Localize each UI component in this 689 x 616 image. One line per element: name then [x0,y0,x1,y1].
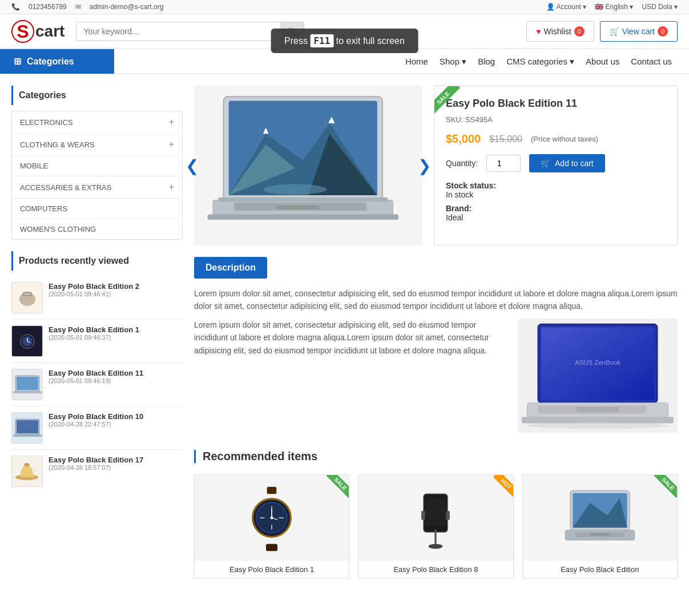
price-row: $5,000 $15,000 (Price without taxes) [446,132,666,146]
svg-rect-11 [13,434,42,437]
category-item[interactable]: MOBILE [12,156,182,176]
product-area: ❮ [194,86,678,579]
category-list: ELECTRONICS + CLOTHING & WEARS + MOBILE … [11,111,183,240]
brand-row: Brand: Ideal [446,204,666,222]
price-note: (Price without taxes) [531,135,598,143]
expand-icon: + [169,182,174,192]
price-old: $15,000 [489,134,522,144]
phone-icon: 📞 [11,3,20,11]
recommended-item[interactable]: SALE [194,474,349,579]
recent-product-item[interactable]: Easy Polo Black Edition 1 (2020-05-01 09… [11,320,183,363]
recent-product-info: Easy Polo Black Edition 1 (2020-05-01 09… [49,325,139,341]
laptop-rec-svg [563,486,637,549]
phone-number: 0123456789 [29,3,67,11]
rec-product-name: Easy Polo Black Edition 8 [358,561,513,578]
wishlist-button[interactable]: ♥ Wishlist 0 [526,21,594,42]
category-item[interactable]: WOMEN'S CLOTHING [12,219,182,239]
recent-product-info: Easy Polo Black Edition 2 (2020-05-01 09… [49,282,139,297]
description-paragraph1: Lorem ipsum dolor sit amet, consectetur … [194,287,678,313]
description-paragraph2: Lorem ipsum dolor sit amet, consectetur … [194,319,506,357]
watch-svg [243,484,300,552]
svg-point-0 [19,292,35,306]
svg-rect-34 [576,407,619,412]
category-item[interactable]: ACCESSARIES & EXTRAS + [12,176,182,199]
add-to-cart-button[interactable]: 🛒 Add to cart [529,154,605,172]
svg-rect-37 [267,487,277,494]
product-title: Easy Polo Black Edition 11 [446,98,666,110]
recent-product-item[interactable]: Easy Polo Black Edition 2 (2020-05-01 09… [11,276,183,320]
search-input[interactable] [76,22,280,41]
recommended-item[interactable]: HOT [358,474,513,579]
category-name: ACCESSARIES & EXTRAS [20,183,111,192]
fullscreen-text-before: Press [284,36,308,46]
carousel-prev-button[interactable]: ❮ [186,156,199,175]
recent-product-date: (2020-05-01 09:46:37) [49,334,139,341]
recommended-item[interactable]: SALE Easy P [522,474,678,579]
fullscreen-key: F11 [310,34,333,47]
recent-product-date: (2020-04-28 22:47:57) [49,421,143,428]
svg-rect-25 [276,206,319,210]
svg-rect-51 [435,530,437,546]
category-item[interactable]: CLOTHING & WEARS + [12,134,182,156]
logo-s: S [17,21,29,42]
categories-title: Categories [11,86,183,105]
fullscreen-overlay: Press F11 to exit full screen [271,29,418,53]
recommended-grid: SALE [194,474,678,579]
recent-product-date: (2020-05-01 09:46:19) [49,377,143,384]
expand-icon: + [169,117,174,127]
category-name: ELECTRONICS [20,118,72,127]
viewcart-button[interactable]: 🛒 View cart 0 [600,21,678,42]
sale-corner: SALE [648,475,677,504]
recent-product-item[interactable]: Easy Polo Black Edition 10 (2020-04-28 2… [11,406,183,450]
category-item[interactable]: ELECTRONICS + [12,111,182,134]
svg-rect-48 [266,544,277,551]
brand-label: Brand: [446,204,666,213]
recent-product-item[interactable]: Easy Polo Black Edition 11 (2020-05-01 0… [11,363,183,406]
sale-badge: SALE [326,475,349,498]
description-product-image: ASUS ZenBook [518,319,678,433]
top-bar: 📞 0123456789 ✉ admin-demo@s-cart.org 👤 A… [0,0,689,14]
recent-product-info: Easy Polo Black Edition 17 (2020-04-26 1… [49,456,143,471]
logo[interactable]: S cart [11,20,65,43]
recent-product-name: Easy Polo Black Edition 10 [49,412,143,421]
recent-product-date: (2020-04-26 18:57:07) [49,464,143,471]
sale-badge: SALE [434,86,460,115]
carousel-next-button[interactable]: ❯ [418,156,431,175]
svg-rect-53 [421,510,425,520]
account-link[interactable]: 👤 Account ▾ [546,3,586,11]
sale-badge: SALE [654,475,677,498]
svg-rect-27 [208,214,398,219]
nav-about-us[interactable]: About us [586,57,619,66]
hot-badge: HOT [493,475,513,497]
nav-shop[interactable]: Shop ▾ [440,57,466,67]
recent-products-list: Easy Polo Black Edition 2 (2020-05-01 09… [11,276,183,493]
product-image-area: ❮ [194,86,422,245]
asus-laptop-svg: ASUS ZenBook [521,321,675,430]
logo-text: cart [35,22,65,41]
language-link[interactable]: 🇬🇧 English ▾ [595,3,633,11]
recommended-title: Recommended items [194,450,678,463]
svg-rect-60 [590,533,610,536]
categories-label: Categories [27,57,74,67]
category-item[interactable]: COMPUTERS [12,199,182,219]
quantity-input[interactable] [486,155,521,172]
viewcart-label: View cart [622,27,655,36]
nav-cms-categories[interactable]: CMS categories ▾ [506,57,574,67]
top-bar-left: 📞 0123456789 ✉ admin-demo@s-cart.org [11,3,163,11]
categories-button[interactable]: ⊞ Categories [0,49,114,74]
product-thumbnail [11,325,43,357]
recent-product-name: Easy Polo Black Edition 17 [49,456,143,464]
heart-icon: ♥ [536,27,541,36]
currency-link[interactable]: USD Dola ▾ [642,3,678,11]
nav-contact-us[interactable]: Contact us [631,57,672,66]
nav-home[interactable]: Home [405,57,428,66]
product-thumbnail [11,412,43,444]
top-bar-right: 👤 Account ▾ 🇬🇧 English ▾ USD Dola ▾ [546,3,678,11]
product-info-box: SALE Easy Polo Black Edition 11 SKU: SS4… [434,86,678,245]
recent-product-item[interactable]: Easy Polo Black Edition 17 (2020-04-26 1… [11,450,183,493]
logo-circle: S [11,20,34,43]
category-name: CLOTHING & WEARS [20,140,95,149]
nav-blog[interactable]: Blog [478,57,495,66]
wishlist-label: Wishlist [543,27,571,36]
price-new: $5,000 [446,132,481,146]
